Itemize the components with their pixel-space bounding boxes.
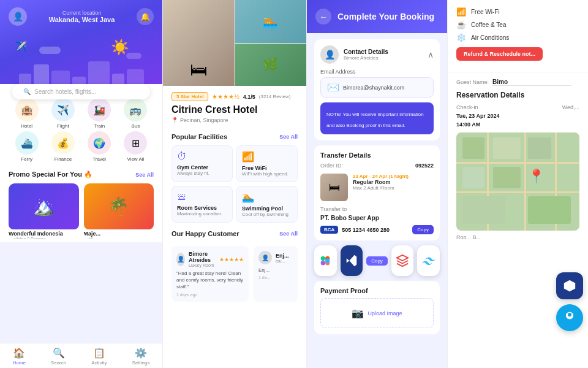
svg-point-1 [321, 261, 325, 265]
location-name: Wakanda, West Java [49, 16, 115, 23]
transfer-section: Transfer Details Order ID: 092522 🛏 23 A… [314, 145, 440, 240]
promo-title: Promo Special For You 🔥 [9, 171, 92, 178]
guest-name-input[interactable] [492, 79, 571, 86]
bottom-navigation: 🏠 Home 🔍 Search 📋 Activity ⚙️ Settings [0, 343, 162, 368]
laravel-icon[interactable] [391, 245, 414, 276]
hotel-pool-image: 🏊 [235, 0, 307, 43]
contact-section: 👤 Contact Details Bimore Atreides ∧ Emai… [314, 39, 440, 140]
email-icon: ✉️ [327, 82, 339, 93]
categories-section: 🏨 Hotel ✈️ Flight 🚂 Train 🚌 Bus ⛴️ Ferry [0, 92, 162, 167]
facility-room-service[interactable]: 🛎 Room Services Maximizing vocation. [172, 186, 233, 223]
cloud1 [39, 47, 61, 54]
facility-gym[interactable]: ⏱ Gym Center Always stay fit. [172, 145, 233, 182]
location-label: Current location [49, 10, 115, 16]
pool-icon: 🏊 [242, 191, 292, 203]
back-button[interactable]: ← [315, 9, 331, 25]
category-viewall[interactable]: ⊞ View All [124, 131, 147, 162]
floating-icon-2[interactable] [556, 304, 583, 331]
category-finance[interactable]: 💰 Finance [51, 131, 75, 162]
reservation-title: Reservation Details [456, 91, 579, 99]
booking-body: 👤 Contact Details Bimore Atreides ∧ Emai… [307, 33, 447, 368]
review-stars-1: ★★★★★ [219, 256, 244, 263]
category-travel[interactable]: 🌍 Travel [88, 131, 111, 162]
facilities-section: Popular Facilities See All ⏱ Gym Center … [163, 129, 306, 226]
booking-header: ← Complete Your Booking [307, 0, 447, 33]
rating-stars: ★★★★½ [212, 93, 239, 100]
amenity-coffee: ☕ Coffee & Tea [456, 20, 579, 29]
checkin-time-row: 14:00 AM [456, 121, 579, 128]
floating-icon-1[interactable] [556, 272, 583, 299]
user-avatar[interactable]: 👤 [9, 7, 27, 26]
panel-hotel-detail: 🏊 🌿 5 Star Hotel ★★★★½ 4.1/5 (3214 Revie… [162, 0, 306, 368]
search-icon: 🔍 [23, 88, 31, 95]
amenities-list: 📶 Free Wi-Fi ☕ Coffee & Tea ❄️ Air Condi… [456, 7, 579, 42]
nav-search[interactable]: 🔍 Search [51, 347, 66, 366]
search-bar[interactable]: 🔍 Search hotels, flights... [12, 84, 150, 99]
nav-activity[interactable]: 📋 Activity [91, 347, 107, 366]
copy-account-button[interactable]: Copy [412, 225, 434, 234]
vscode-icon[interactable] [341, 245, 363, 276]
room-row: 🛏 23 Apr - 24 Apr (1 Night) Regular Room… [320, 174, 434, 201]
review-card-2: 👤 Enj... tou... Enj... 1 da... [254, 246, 298, 302]
panel-reservation: 📶 Free Wi-Fi ☕ Coffee & Tea ❄️ Air Condi… [447, 0, 588, 368]
category-train[interactable]: 🚂 Train [88, 98, 111, 129]
facilities-title: Popular Facilities [172, 133, 227, 140]
category-flight[interactable]: ✈️ Flight [51, 98, 75, 129]
hotel-garden-image: 🌿 [235, 44, 307, 86]
category-bus[interactable]: 🚌 Bus [124, 98, 147, 129]
notification-icon[interactable]: 🔔 [137, 8, 154, 25]
nav-home[interactable]: 🏠 Home [13, 347, 26, 366]
copy-text-button[interactable]: Copy [366, 256, 388, 266]
figma-icon[interactable] [314, 245, 337, 276]
wifi-amenity-icon: 📶 [456, 7, 466, 17]
contact-avatar: 👤 [320, 45, 339, 64]
gym-icon: ⏱ [177, 151, 227, 162]
promo-see-all[interactable]: See All [135, 172, 154, 178]
category-ferry[interactable]: ⛴️ Ferry [15, 131, 39, 162]
tailwind-icon[interactable] [417, 245, 440, 276]
review-count: (3214 Review) [259, 94, 291, 99]
nav-settings[interactable]: ⚙️ Settings [132, 347, 150, 366]
note-box: NOTE! You will receive important informa… [320, 102, 434, 134]
reviewer-avatar-2: 👤 [258, 251, 272, 264]
amenity-wifi: 📶 Free Wi-Fi [456, 7, 579, 17]
bank-badge: BCA [320, 226, 338, 234]
room-thumbnail: 🛏 [320, 174, 348, 201]
location-pin-icon: 📍 [172, 117, 178, 123]
category-hotel[interactable]: 🏨 Hotel [15, 98, 39, 129]
cloud2 [126, 53, 141, 59]
facility-wifi[interactable]: 📶 Free WiFi WiFi with high speed. [236, 145, 298, 182]
collapse-icon[interactable]: ∧ [428, 50, 434, 59]
amenity-ac: ❄️ Air Conditions [456, 33, 579, 42]
reservation-details: Guest Name: Reservation Details Check-in… [448, 72, 588, 247]
hotel-location: 📍 Pecinan, Singapore [172, 117, 298, 123]
hotel-name: Citrine Crest Hotel [172, 104, 298, 115]
facility-pool[interactable]: 🏊 Swimming Pool Cool off by swimming [236, 186, 298, 223]
search-placeholder: Search hotels, flights... [34, 88, 96, 95]
map-pin: 📍 [528, 169, 545, 185]
promo-card-2[interactable]: 🌴 Maje... Avail... [84, 183, 154, 239]
email-field[interactable]: ✉️ Bimorea@shaynakit.com [320, 77, 434, 98]
ac-amenity-icon: ❄️ [456, 33, 466, 42]
facilities-see-all[interactable]: See All [279, 134, 298, 140]
app-icons-row: Copy [314, 245, 440, 276]
rating-value: 4.1/5 [243, 94, 255, 100]
upload-image-button[interactable]: 📷 Upload Image [320, 298, 434, 328]
panel-booking: ← Complete Your Booking 👤 Contact Detail… [306, 0, 447, 368]
room-partial-label: Roo... B... [456, 234, 579, 240]
customers-title: Our Happy Customer [172, 230, 239, 237]
promo-section: Promo Special For You 🔥 See All 🏔️ Wonde… [0, 167, 162, 242]
checkin-date-row: Tue, 23 Apr 2024 [456, 113, 579, 119]
location-box: Current location Wakanda, West Java [49, 10, 115, 23]
customers-section: Our Happy Customer See All 👤 Bimore Atre… [163, 226, 306, 305]
star-badge: 5 Star Hotel [172, 92, 208, 101]
hotel-info: 5 Star Hotel ★★★★½ 4.1/5 (3214 Review) C… [163, 86, 306, 129]
promo-card-1[interactable]: 🏔️ Wonderful Indonesia Available 9 Promo… [9, 183, 79, 239]
wifi-icon: 📶 [242, 151, 292, 163]
reviewer-avatar-1: 👤 [176, 253, 185, 266]
customers-see-all[interactable]: See All [279, 231, 298, 237]
plane-decoration: ✈️ [15, 40, 27, 52]
checkin-row: Check-in Wed,... [456, 104, 579, 110]
refund-button[interactable]: Refund & Reschedule not... [456, 47, 543, 61]
payment-section: Payment Proof 📷 Upload Image [314, 281, 440, 334]
